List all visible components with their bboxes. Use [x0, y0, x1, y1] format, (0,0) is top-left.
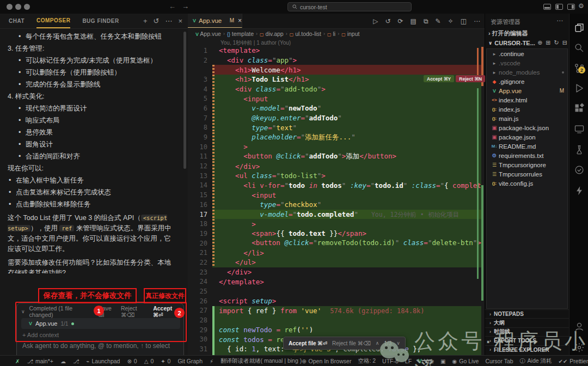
minimize-window-button[interactable]	[15, 4, 21, 10]
status-open-in-browser[interactable]: ⊕Open In Browser	[302, 358, 351, 364]
gear-file-icon: ⚙	[490, 152, 499, 158]
file-tree-item[interactable]: ⚙requirements.txt	[487, 151, 567, 160]
maximize-window-button[interactable]	[24, 4, 30, 10]
reject-hunk-button[interactable]: Reject ⌘N	[456, 75, 485, 82]
code-line: 1<template>	[188, 46, 481, 56]
status-launchpad[interactable]: ⌁Launchpad	[86, 358, 120, 364]
code-text: type="text"	[219, 124, 297, 132]
status-0[interactable]: ⊗0	[127, 358, 137, 364]
breadcrumb-item[interactable]: ▢ input	[341, 30, 359, 37]
breadcrumb-item[interactable]: ▢ li	[327, 30, 335, 37]
status-0[interactable]: ✦0	[161, 358, 170, 364]
file-tree-item[interactable]: ▣package.json	[487, 132, 567, 142]
accept-hunk-button[interactable]: Accept ⌘Y	[424, 75, 454, 82]
file-tree-item[interactable]: ():index.js	[487, 105, 567, 114]
bullet-icon: •	[9, 186, 16, 198]
close-icon[interactable]: ×	[178, 17, 182, 25]
run-debug-icon[interactable]	[574, 83, 585, 94]
file-tree-item[interactable]: ▸.vscode	[487, 58, 567, 68]
new-folder-icon[interactable]: ⊞	[546, 39, 550, 46]
toggle-panel-icon[interactable]	[543, 4, 551, 10]
collapse-folders-icon[interactable]: ⊟	[562, 39, 567, 46]
breadcrumb-item[interactable]: ▢ ul.todo-list	[290, 30, 321, 37]
js-file-icon: ():	[490, 116, 499, 121]
code-text: </ul>	[219, 258, 256, 266]
file-tree-item[interactable]: ▣package-lock.json	[487, 123, 567, 132]
split-editor-icon[interactable]: ◫	[461, 17, 467, 25]
file-tree-item[interactable]: M↓README.md	[487, 142, 567, 151]
error-icon: ⊗	[127, 358, 131, 364]
extensions-icon[interactable]	[574, 103, 585, 114]
file-tree-item[interactable]: ():vite.config.js	[487, 179, 567, 188]
toggle-right-sidebar-icon[interactable]	[567, 4, 575, 10]
accept-file-button[interactable]: Accept file ⌘⏎	[289, 340, 327, 346]
code-line: 20 <button @click="removeTodo(todo.id)" …	[188, 239, 481, 248]
breadcrumb-item[interactable]: {} template	[227, 30, 254, 37]
status-空格-2[interactable]: 空格: 2	[358, 357, 376, 365]
status-remote[interactable]: ✗	[15, 358, 20, 364]
scrollbar-added-mark[interactable]	[481, 185, 483, 301]
section--[interactable]: ›大纲	[485, 318, 569, 327]
code-line-body: type="text"	[212, 123, 481, 133]
search-icon[interactable]	[574, 42, 585, 53]
breadcrumb-item[interactable]: V App.vue	[195, 30, 221, 37]
file-tree-item[interactable]: ▸.continue	[487, 49, 567, 58]
power-icon[interactable]	[574, 185, 585, 196]
back-icon[interactable]: ←	[169, 2, 176, 10]
file-tree-item[interactable]: ◆.gitignore	[487, 77, 567, 86]
sync-icon[interactable]: ⟳	[398, 17, 403, 25]
section-notepads[interactable]: ›NOTEPADS	[485, 309, 569, 318]
settings-gear-icon[interactable]: ⚙	[578, 2, 584, 10]
status-git-branch[interactable]: ⎇	[73, 358, 79, 364]
diff-gutter-mark	[212, 306, 215, 316]
status-0[interactable]: △0	[144, 358, 154, 364]
tab-composer[interactable]: COMPOSER	[36, 14, 70, 28]
sparkle-icon[interactable]: ✧	[448, 17, 454, 25]
remote-explorer-icon[interactable]	[574, 124, 585, 135]
status-zap[interactable]: ⚡	[210, 358, 213, 364]
new-file-icon[interactable]: ⊕	[537, 39, 542, 46]
open-changes-icon[interactable]: ⧉	[424, 17, 428, 25]
new-chat-icon[interactable]: +	[143, 17, 148, 25]
prev-diff-icon[interactable]: ∧	[376, 340, 379, 346]
status-main-[interactable]: ⎇main*+	[27, 358, 53, 364]
file-tree-item[interactable]: VApp.vueM	[487, 86, 567, 95]
code-line-body: >	[212, 219, 481, 229]
breadcrumb-item[interactable]: ▢ div.app	[260, 30, 284, 37]
history-icon[interactable]: ↺	[385, 17, 390, 25]
diff-hunk-actions: Accept ⌘Y Reject ⌘N	[424, 75, 485, 82]
status-翻译朗读者就绪-manual-bing-[interactable]: 翻译朗读者就绪( manual | bing )	[220, 357, 302, 365]
todo-tree-icon[interactable]	[574, 164, 585, 175]
open-editors-section[interactable]: › 打开的编辑器	[488, 29, 528, 38]
explorer-more-icon[interactable]: ⋯	[556, 17, 563, 25]
close-window-button[interactable]	[7, 4, 13, 10]
workspace-root-row[interactable]: ∨CURSOR-TE... ⊕ ⊞ ↻ ⊟	[488, 39, 567, 46]
close-tab-icon[interactable]: ×	[238, 17, 242, 25]
file-tree-item[interactable]: ☰Tmpcursorrules	[487, 169, 567, 179]
explorer-icon[interactable]	[574, 22, 585, 33]
status-cloud-upload[interactable]: ☁	[60, 358, 66, 364]
refresh-explorer-icon[interactable]: ↻	[554, 39, 559, 46]
file-tree-item[interactable]: <>index.html	[487, 95, 567, 105]
more-icon[interactable]: ⋯	[474, 17, 480, 25]
chat-scrollbar[interactable]	[183, 32, 186, 169]
reject-file-button[interactable]: Reject file ⌘⌫	[332, 340, 371, 346]
file-tree-item[interactable]: ☰Tmpcursorignore	[487, 160, 567, 169]
tab-bug-finder[interactable]: BUG FINDER	[82, 14, 119, 28]
testing-icon[interactable]	[574, 144, 585, 155]
agent-prompt-input[interactable]: Ask agent to do anything, @ to mention, …	[22, 342, 170, 350]
status-git-graph[interactable]: Git Graph	[177, 358, 203, 364]
open-preview-icon[interactable]: ▤	[411, 17, 416, 25]
history-icon[interactable]: ↺	[154, 17, 160, 25]
more-actions-icon[interactable]: ⋯	[165, 17, 172, 25]
command-center-search[interactable]: cursor-test	[287, 2, 412, 11]
editor-tab-app-vue[interactable]: V App.vue M ×	[188, 14, 242, 28]
file-tree-item[interactable]: ():main.js	[487, 114, 567, 123]
toggle-left-sidebar-icon[interactable]	[555, 4, 563, 10]
edit-icon[interactable]: ✎	[436, 17, 441, 25]
file-tree-item[interactable]: ▸node_modules	[487, 68, 567, 77]
code-content: 1<template>2 <div class="app"> <h1>Welco…	[188, 46, 481, 355]
tab-chat[interactable]: CHAT	[9, 14, 24, 28]
run-icon[interactable]: ▷	[373, 17, 378, 25]
forward-icon[interactable]: →	[182, 2, 189, 10]
